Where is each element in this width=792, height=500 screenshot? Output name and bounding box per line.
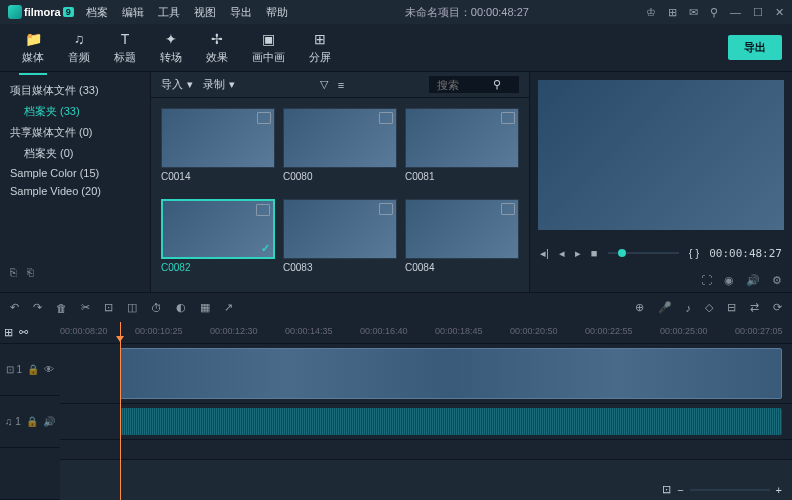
clip-thumbnail[interactable] (405, 108, 519, 168)
clip-C0083[interactable]: C0083 (283, 199, 397, 282)
marker-icon[interactable]: ◇ (705, 301, 713, 314)
menu-tools[interactable]: 工具 (158, 5, 180, 20)
link-toggle-icon[interactable]: ⚯ (19, 326, 28, 339)
crop-icon[interactable]: ◫ (127, 301, 137, 314)
lock-icon[interactable]: 🔒 (26, 416, 38, 427)
new-folder-icon[interactable]: ⎘ (10, 266, 17, 278)
clip-C0082[interactable]: ✓C0082 (161, 199, 275, 282)
clip-C0084[interactable]: C0084 (405, 199, 519, 282)
sort-icon[interactable]: ≡ (338, 79, 344, 91)
tree-sample-color[interactable]: Sample Color (15) (10, 164, 140, 182)
export-frame-icon[interactable]: ↗ (224, 301, 233, 314)
project-title: 未命名项目：00:00:48:27 (288, 5, 646, 20)
clip-thumbnail[interactable] (405, 199, 519, 259)
record-dropdown[interactable]: 录制▾ (203, 77, 235, 92)
mark-brackets[interactable]: { } (689, 247, 699, 259)
tab-pip[interactable]: ▣画中画 (240, 27, 297, 69)
user-icon[interactable]: ♔ (646, 6, 656, 19)
green-screen-icon[interactable]: ▦ (200, 301, 210, 314)
search-box[interactable]: ⚲ (429, 76, 519, 93)
timeline-ruler[interactable]: 00:00:08:2000:00:10:2500:00:12:3000:00:1… (60, 322, 792, 344)
link-icon[interactable]: ⇄ (750, 301, 759, 314)
audio-clip[interactable] (120, 408, 782, 435)
clip-thumbnail[interactable] (283, 108, 397, 168)
settings-icon[interactable]: ⚲ (710, 6, 718, 19)
mute-icon[interactable]: 🔊 (43, 416, 55, 427)
eye-icon[interactable]: 👁 (44, 364, 54, 375)
filter-icon[interactable]: ▽ (320, 78, 328, 91)
minimize-icon[interactable]: — (730, 6, 741, 18)
music-track[interactable] (60, 440, 792, 460)
redo-icon[interactable]: ↷ (33, 301, 42, 314)
clip-C0081[interactable]: C0081 (405, 108, 519, 191)
snapshot-icon[interactable]: ◉ (724, 274, 734, 287)
video-track-head[interactable]: ⊡ 1 🔒 👁 (0, 344, 60, 396)
zoom-control[interactable]: ⊡ − + (662, 483, 782, 496)
menu-file[interactable]: 档案 (86, 5, 108, 20)
volume-icon[interactable]: 🔊 (746, 274, 760, 287)
zoom-slider[interactable] (690, 489, 770, 491)
tab-media[interactable]: 📁媒体 (10, 27, 56, 69)
clip-thumbnail[interactable] (283, 199, 397, 259)
prev-frame-button[interactable]: ◂| (540, 247, 549, 260)
tab-audio[interactable]: ♫音频 (56, 27, 102, 69)
voiceover-icon[interactable]: ⊕ (635, 301, 644, 314)
speed-icon[interactable]: ⏱ (151, 302, 162, 314)
music-icon: ♫ (74, 31, 85, 47)
lock-icon[interactable]: 🔒 (27, 364, 39, 375)
tree-project-media[interactable]: 项目媒体文件 (33) (10, 80, 140, 101)
menu-edit[interactable]: 编辑 (122, 5, 144, 20)
export-button[interactable]: 导出 (728, 35, 782, 60)
zoom-in-icon[interactable]: + (776, 484, 782, 496)
search-input[interactable] (437, 79, 487, 91)
ruler-tick: 00:00:16:40 (360, 326, 408, 336)
edit-tools-icon[interactable]: ⊡ (104, 301, 113, 314)
tab-transitions[interactable]: ✦转场 (148, 27, 194, 69)
clip-C0014[interactable]: C0014 (161, 108, 275, 191)
preview-screen[interactable] (538, 80, 784, 230)
tab-split[interactable]: ⊞分屏 (297, 27, 343, 69)
color-icon[interactable]: ◐ (176, 301, 186, 314)
audio-track-head[interactable]: ♫ 1 🔒 🔊 (0, 396, 60, 448)
tab-effects[interactable]: ✢效果 (194, 27, 240, 69)
mixer-icon[interactable]: ♪ (686, 302, 692, 314)
delete-icon[interactable]: 🗑 (56, 302, 67, 314)
stop-button[interactable]: ■ (591, 247, 598, 259)
notification-icon[interactable]: ⊞ (668, 6, 677, 19)
search-icon[interactable]: ⚲ (493, 78, 501, 91)
tab-titles[interactable]: T标题 (102, 27, 148, 69)
settings-preview-icon[interactable]: ⚙ (772, 274, 782, 287)
audio-track[interactable] (60, 404, 792, 440)
delete-folder-icon[interactable]: ⎗ (27, 266, 34, 278)
tree-folder-empty[interactable]: 档案夹 (0) (10, 143, 140, 164)
clip-thumbnail[interactable] (161, 108, 275, 168)
close-icon[interactable]: ✕ (775, 6, 784, 19)
play-back-button[interactable]: ◂ (559, 247, 565, 260)
playhead[interactable] (120, 322, 121, 500)
mic-icon[interactable]: 🎤 (658, 301, 672, 314)
video-clip[interactable] (120, 348, 782, 399)
maximize-icon[interactable]: ☐ (753, 6, 763, 19)
clip-C0080[interactable]: C0080 (283, 108, 397, 191)
clip-thumbnail[interactable]: ✓ (161, 199, 275, 259)
menu-export[interactable]: 导出 (230, 5, 252, 20)
timeline-menu-icon[interactable]: ⊞ (4, 326, 13, 339)
zoom-out-icon[interactable]: − (677, 484, 683, 496)
tree-folder-active[interactable]: 档案夹 (33) (10, 101, 140, 122)
tree-shared-media[interactable]: 共享媒体文件 (0) (10, 122, 140, 143)
range-icon[interactable]: ⊟ (727, 301, 736, 314)
cut-icon[interactable]: ✂ (81, 301, 90, 314)
ruler-tick: 00:00:27:05 (735, 326, 783, 336)
undo-icon[interactable]: ↶ (10, 301, 19, 314)
mail-icon[interactable]: ✉ (689, 6, 698, 19)
tree-sample-video[interactable]: Sample Video (20) (10, 182, 140, 200)
menu-view[interactable]: 视图 (194, 5, 216, 20)
zoom-fit-icon[interactable]: ⊡ (662, 483, 671, 496)
play-button[interactable]: ▸ (575, 247, 581, 260)
import-dropdown[interactable]: 导入▾ (161, 77, 193, 92)
menu-help[interactable]: 帮助 (266, 5, 288, 20)
render-icon[interactable]: ⟳ (773, 301, 782, 314)
video-track[interactable] (60, 344, 792, 404)
display-icon[interactable]: ⛶ (701, 274, 712, 286)
preview-slider[interactable] (608, 252, 679, 254)
